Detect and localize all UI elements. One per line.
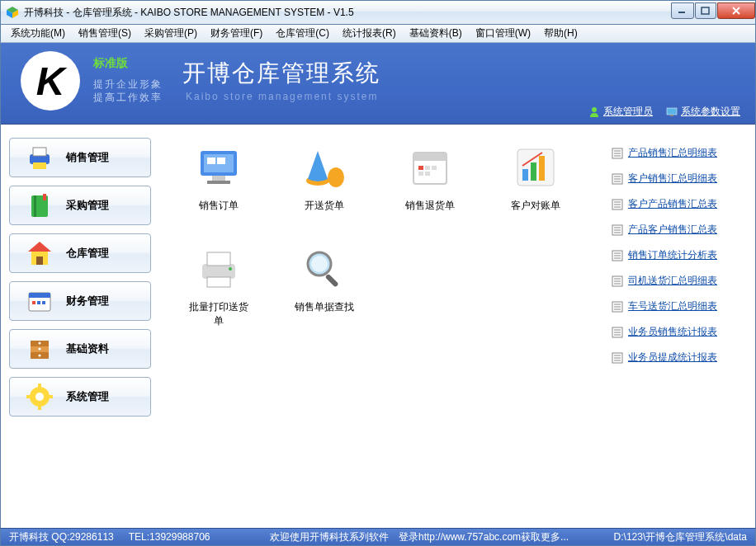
menu-warehouse[interactable]: 仓库管理(C) [269,25,336,42]
svg-rect-46 [425,166,430,170]
doc-icon [612,173,623,185]
book-icon [25,191,54,220]
printer-big-icon [196,246,242,292]
action-batch-print[interactable]: 批量打印送货单 [186,246,252,328]
settings-link[interactable]: 系统参数设置 [666,105,740,119]
svg-rect-18 [29,293,50,298]
svg-point-42 [328,167,344,187]
report-link[interactable]: 车号送货汇总明细表 [612,299,745,313]
menu-basedata[interactable]: 基础资料(B) [403,25,469,42]
report-link[interactable]: 客户产品销售汇总表 [612,197,745,211]
sidebar-item-purchase[interactable]: 采购管理 [9,186,151,225]
svg-rect-9 [33,148,46,156]
doc-icon [612,250,623,261]
svg-point-28 [39,355,41,357]
system-title: 开博仓库管理系统 [182,58,380,89]
status-tel: TEL:13929988706 [129,531,210,543]
action-delivery[interactable]: 开送货单 [291,144,357,213]
action-label: 销售订单 [186,199,252,213]
sidebar-item-label: 财务管理 [66,294,109,308]
report-link[interactable]: 产品客户销售汇总表 [612,223,745,237]
app-icon [6,6,19,19]
report-link[interactable]: 业务员提成统计报表 [612,351,745,365]
chart-icon [513,144,559,191]
doc-icon [612,301,623,313]
svg-rect-44 [413,153,447,161]
report-link[interactable]: 业务员销售统计报表 [612,325,745,339]
action-label: 销售单据查找 [291,300,357,314]
doc-icon [612,224,623,236]
svg-point-59 [311,256,328,272]
svg-rect-60 [325,274,339,288]
sidebar-item-warehouse[interactable]: 仓库管理 [9,233,151,273]
action-label: 销售退货单 [397,199,463,213]
svg-rect-21 [42,301,45,304]
svg-rect-54 [202,264,235,279]
action-label: 批量打印送货单 [186,300,252,328]
sidebar-item-finance[interactable]: 财务管理 [9,281,151,321]
svg-rect-16 [36,257,43,265]
cone-icon [301,144,347,191]
action-label: 客户对账单 [503,199,569,213]
svg-rect-55 [207,252,230,266]
magnifier-icon [301,246,347,292]
menu-purchase[interactable]: 采购管理(P) [138,25,204,42]
svg-point-57 [229,267,232,271]
svg-rect-31 [38,384,41,388]
sidebar-item-sales[interactable]: 销售管理 [9,138,151,177]
edition-label: 标准版 [93,56,128,71]
menu-reports[interactable]: 统计报表(R) [336,25,403,42]
svg-rect-3 [678,12,685,13]
logo-letter: K [36,59,65,104]
doc-icon [612,275,623,287]
menu-help[interactable]: 帮助(H) [537,25,584,42]
report-link[interactable]: 产品销售汇总明细表 [612,146,745,160]
svg-point-27 [39,348,41,351]
svg-rect-4 [702,7,709,14]
sidebar-item-system[interactable]: 系统管理 [9,377,151,417]
maximize-button[interactable] [695,2,716,19]
report-link[interactable]: 司机送货汇总明细表 [612,274,745,288]
minimize-button[interactable] [671,2,694,19]
sidebar: 销售管理 采购管理 仓库管理 财务管理 基础资料 系统管理 [1,125,159,528]
status-message: 欢迎使用开博科技系列软件 登录http://www.757abc.com获取更多… [225,530,614,544]
svg-rect-49 [425,172,430,176]
doc-icon [612,199,623,210]
svg-rect-20 [37,301,40,304]
drawer-icon [25,334,54,364]
admin-link[interactable]: 系统管理员 [588,105,653,119]
action-return[interactable]: 销售退货单 [397,144,463,213]
svg-rect-6 [667,108,677,115]
banner: K 标准版 提升企业形象 提高工作效率 开博仓库管理系统 Kaibo store… [1,43,755,124]
svg-rect-33 [26,395,31,398]
sidebar-item-label: 基础资料 [66,341,109,356]
action-search[interactable]: 销售单据查找 [291,246,357,328]
menu-window[interactable]: 窗口管理(W) [469,25,537,42]
menu-system[interactable]: 系统功能(M) [4,25,72,42]
sidebar-item-label: 系统管理 [66,389,109,404]
calendar-page-icon [407,144,453,191]
svg-rect-52 [531,162,536,181]
menubar: 系统功能(M) 销售管理(S) 采购管理(P) 财务管理(F) 仓库管理(C) … [0,25,756,43]
action-sales-order[interactable]: 销售订单 [186,144,252,213]
window-title: 开博科技 - 仓库管理系统 - KAIBO STORE MANAGEMENT S… [24,6,670,20]
statusbar: 开博科技 QQ:29286113 TEL:13929988706 欢迎使用开博科… [0,528,756,546]
calendar-icon [25,286,54,316]
menu-sales[interactable]: 销售管理(S) [72,25,138,42]
sidebar-item-label: 销售管理 [66,150,109,165]
sidebar-item-basedata[interactable]: 基础资料 [9,329,151,369]
svg-rect-45 [418,166,423,170]
close-button[interactable] [717,2,755,19]
svg-rect-56 [207,277,230,287]
report-link[interactable]: 销售订单统计分析表 [612,248,745,262]
report-link[interactable]: 客户销售汇总明细表 [612,172,745,186]
doc-icon [612,327,623,338]
svg-rect-7 [670,115,673,116]
menu-finance[interactable]: 财务管理(F) [204,25,269,42]
svg-rect-38 [217,158,225,164]
action-reconcile[interactable]: 客户对账单 [503,144,569,213]
svg-point-26 [39,342,41,345]
svg-point-30 [35,393,44,401]
system-subtitle: Kaibo store management system [186,91,378,102]
svg-rect-34 [48,395,53,398]
